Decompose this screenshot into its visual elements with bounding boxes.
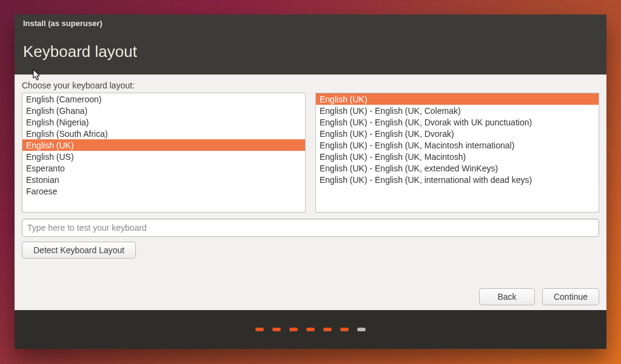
continue-button[interactable]: Continue <box>542 288 599 305</box>
layout-item[interactable]: English (UK) <box>22 139 305 151</box>
variant-item[interactable]: English (UK) - English (UK, Colemak) <box>316 105 599 116</box>
page-title: Keyboard layout <box>15 31 606 74</box>
progress-dot <box>289 328 298 331</box>
progress-dot <box>357 328 366 331</box>
variant-item[interactable]: English (UK) - English (UK, Macintosh in… <box>316 139 599 151</box>
back-button[interactable]: Back <box>479 288 535 305</box>
variant-item[interactable]: English (UK) - English (UK, extended Win… <box>316 162 599 174</box>
content-area: Choose your keyboard layout: English (Ca… <box>15 74 606 310</box>
layout-item[interactable]: English (Cameroon) <box>22 93 305 105</box>
variant-item[interactable]: English (UK) - English (UK, internationa… <box>316 174 599 185</box>
progress-dots <box>15 310 606 349</box>
window-title: Install (as superuser) <box>15 15 606 31</box>
layout-lists: English (Cameroon)English (Ghana)English… <box>22 93 599 213</box>
layout-item[interactable]: English (US) <box>22 151 305 162</box>
variant-item[interactable]: English (UK) - English (UK, Macintosh) <box>316 151 599 162</box>
progress-dot <box>340 328 349 331</box>
choose-label: Choose your keyboard layout: <box>22 81 599 90</box>
progress-dot <box>272 328 281 331</box>
layout-item[interactable]: Faroese <box>22 185 305 197</box>
installer-window: Install (as superuser) Keyboard layout C… <box>15 15 606 349</box>
variant-item[interactable]: English (UK) - English (UK, Dvorak with … <box>316 116 599 128</box>
layout-item[interactable]: Esperanto <box>22 162 305 174</box>
variant-listbox[interactable]: English (UK)English (UK) - English (UK, … <box>315 93 599 213</box>
layout-listbox[interactable]: English (Cameroon)English (Ghana)English… <box>22 93 306 213</box>
keyboard-test-input[interactable] <box>22 219 599 237</box>
variant-item[interactable]: English (UK) <box>316 93 599 105</box>
progress-dot <box>306 328 315 331</box>
layout-item[interactable]: English (South Africa) <box>22 128 305 139</box>
detect-keyboard-button[interactable]: Detect Keyboard Layout <box>22 242 136 259</box>
nav-buttons: Back Continue <box>479 288 599 305</box>
progress-dot <box>323 328 332 331</box>
progress-dot <box>255 328 264 331</box>
layout-item[interactable]: English (Ghana) <box>22 105 305 116</box>
layout-item[interactable]: English (Nigeria) <box>22 116 305 128</box>
variant-item[interactable]: English (UK) - English (UK, Dvorak) <box>316 128 599 139</box>
layout-item[interactable]: Estonian <box>22 174 305 185</box>
